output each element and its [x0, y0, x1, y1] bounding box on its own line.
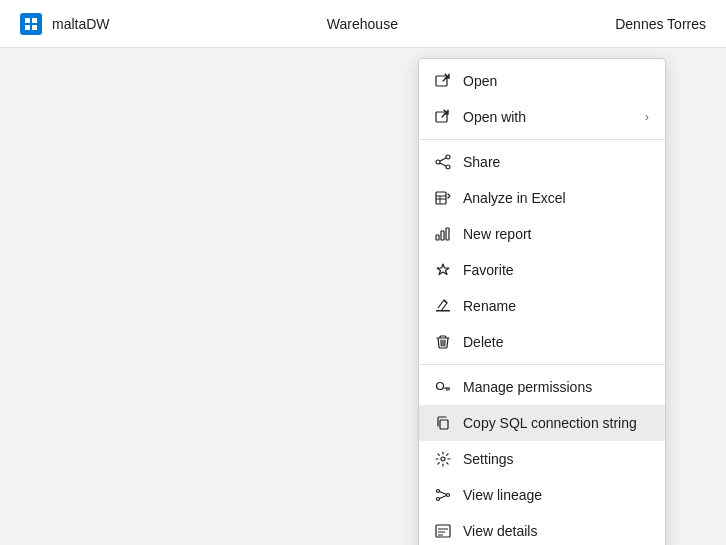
star-icon: [435, 262, 451, 278]
key-icon: [435, 379, 451, 395]
svg-rect-16: [441, 231, 444, 240]
menu-label-share: Share: [463, 154, 649, 170]
open-icon: [435, 73, 451, 89]
open-with-icon: [435, 109, 451, 125]
topbar-left: maltaDW: [20, 13, 110, 35]
menu-label-favorite: Favorite: [463, 262, 649, 278]
share-icon: [435, 154, 451, 170]
settings-icon: [435, 451, 451, 467]
svg-point-6: [446, 155, 450, 159]
menu-item-delete[interactable]: Delete: [419, 324, 665, 360]
svg-point-25: [437, 490, 440, 493]
delete-icon: [435, 334, 451, 350]
report-icon: [435, 226, 451, 242]
excel-icon: [435, 190, 451, 206]
menu-label-view-lineage: View lineage: [463, 487, 649, 503]
user-name: Dennes Torres: [615, 16, 706, 32]
menu-item-analyze-excel[interactable]: Analyze in Excel: [419, 180, 665, 216]
menu-item-open-with[interactable]: Open with ›: [419, 99, 665, 135]
menu-item-copy-sql[interactable]: Copy SQL connection string: [419, 405, 665, 441]
context-menu: Open Open with › Share: [418, 58, 666, 545]
copy-icon: [435, 415, 451, 431]
submenu-arrow-icon: ›: [645, 110, 649, 124]
menu-label-open: Open: [463, 73, 649, 89]
menu-item-share[interactable]: Share: [419, 144, 665, 180]
menu-label-new-report: New report: [463, 226, 649, 242]
menu-label-analyze-excel: Analyze in Excel: [463, 190, 649, 206]
svg-point-27: [447, 494, 450, 497]
separator-2: [419, 364, 665, 365]
menu-label-copy-sql: Copy SQL connection string: [463, 415, 649, 431]
lineage-icon: [435, 487, 451, 503]
separator-1: [419, 139, 665, 140]
menu-item-settings[interactable]: Settings: [419, 441, 665, 477]
menu-label-manage-permissions: Manage permissions: [463, 379, 649, 395]
svg-rect-11: [436, 192, 446, 204]
svg-rect-17: [446, 228, 449, 240]
menu-label-open-with: Open with: [463, 109, 633, 125]
menu-label-settings: Settings: [463, 451, 649, 467]
svg-rect-18: [436, 310, 450, 312]
menu-item-rename[interactable]: Rename: [419, 288, 665, 324]
svg-rect-2: [25, 25, 30, 30]
menu-item-favorite[interactable]: Favorite: [419, 252, 665, 288]
svg-point-22: [437, 383, 444, 390]
menu-item-open[interactable]: Open: [419, 63, 665, 99]
svg-rect-3: [32, 25, 37, 30]
details-icon: [435, 523, 451, 539]
menu-label-rename: Rename: [463, 298, 649, 314]
svg-point-26: [437, 498, 440, 501]
menu-item-new-report[interactable]: New report: [419, 216, 665, 252]
svg-point-24: [441, 457, 445, 461]
workspace-title: maltaDW: [52, 16, 110, 32]
svg-rect-15: [436, 235, 439, 240]
menu-item-manage-permissions[interactable]: Manage permissions: [419, 369, 665, 405]
rename-icon: [435, 298, 451, 314]
svg-point-8: [436, 160, 440, 164]
svg-rect-1: [32, 18, 37, 23]
section-title: Warehouse: [327, 16, 398, 32]
svg-line-10: [440, 163, 446, 166]
svg-rect-0: [25, 18, 30, 23]
app-logo: [20, 13, 42, 35]
menu-item-view-lineage[interactable]: View lineage: [419, 477, 665, 513]
topbar: maltaDW Warehouse Dennes Torres: [0, 0, 726, 48]
svg-rect-23: [440, 420, 448, 429]
menu-label-view-details: View details: [463, 523, 649, 539]
menu-item-view-details[interactable]: View details: [419, 513, 665, 545]
svg-point-7: [446, 165, 450, 169]
svg-line-9: [440, 158, 446, 161]
menu-label-delete: Delete: [463, 334, 649, 350]
